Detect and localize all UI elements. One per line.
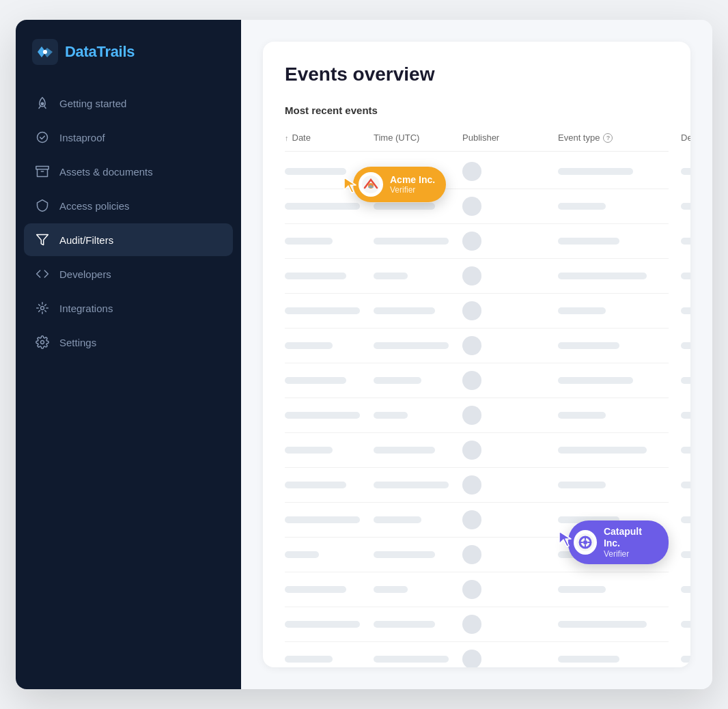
acme-logo — [359, 172, 383, 197]
catapult-logo — [574, 530, 597, 555]
svg-marker-6 — [37, 235, 48, 245]
svg-point-2 — [41, 102, 43, 105]
col-date: ↑ Date — [285, 133, 374, 143]
table-row[interactable] — [285, 329, 669, 363]
tooltip-catapult: Catapult Inc. Verifier — [568, 520, 669, 564]
col-publisher: Publisher — [462, 133, 558, 143]
sidebar-item-getting-started-label: Getting started — [59, 98, 126, 109]
svg-point-1 — [43, 50, 47, 54]
page-title: Events overview — [285, 64, 669, 85]
table-row[interactable] — [285, 642, 669, 667]
col-event-type: Event type ? — [558, 133, 681, 143]
app-container: DataTrails Getting started — [16, 20, 712, 689]
table-row[interactable] — [285, 433, 669, 468]
sidebar-item-assets-documents-label: Assets & documents — [59, 166, 153, 178]
help-icon: ? — [603, 133, 613, 143]
table-row[interactable] — [285, 294, 669, 329]
sidebar-item-getting-started[interactable]: Getting started — [24, 87, 233, 120]
cursor-purple — [558, 530, 573, 551]
table-row[interactable] — [285, 398, 669, 433]
svg-point-8 — [41, 341, 44, 344]
table-row[interactable] — [285, 607, 669, 642]
table-row[interactable] — [285, 363, 669, 398]
main-content: Events overview Most recent events ↑ Dat… — [241, 20, 712, 689]
box-icon — [35, 164, 50, 179]
content-card: Events overview Most recent events ↑ Dat… — [263, 42, 690, 667]
sidebar-item-access-policies-label: Access policies — [59, 200, 130, 212]
shield-icon — [35, 198, 50, 213]
sidebar-item-instaproof[interactable]: Instaproof — [24, 121, 233, 154]
section-label: Most recent events — [285, 105, 669, 116]
table-row[interactable] — [285, 224, 669, 259]
svg-point-7 — [41, 307, 44, 310]
filter-icon — [35, 232, 50, 247]
rocket-icon — [35, 96, 50, 111]
logo-text: DataTrails — [65, 43, 135, 61]
col-time: Time (UTC) — [374, 133, 462, 143]
tooltip-acme: Acme Inc. Verifier — [353, 167, 446, 202]
sidebar-item-integrations-label: Integrations — [59, 303, 113, 314]
table-row[interactable] — [285, 259, 669, 294]
sidebar-item-instaproof-label: Instaproof — [59, 132, 105, 143]
code-icon — [35, 266, 50, 281]
sidebar-item-settings[interactable]: Settings — [24, 326, 233, 359]
sidebar-item-integrations[interactable]: Integrations — [24, 292, 233, 324]
table-rows — [285, 154, 669, 667]
nav-items: Getting started Instaproof — [16, 87, 241, 359]
col-description: Description — [681, 133, 690, 143]
cursor-orange — [343, 176, 358, 197]
datatrails-logo-icon — [32, 39, 58, 65]
sidebar: DataTrails Getting started — [16, 20, 241, 689]
table-row[interactable] — [285, 468, 669, 503]
table-header: ↑ Date Time (UTC) Publisher Event type ? — [285, 127, 669, 152]
catapult-badge-text: Catapult Inc. Verifier — [604, 526, 658, 559]
svg-point-3 — [38, 133, 48, 143]
sidebar-item-audit-filters[interactable]: Audit/Filters — [24, 223, 233, 256]
integrations-icon — [35, 301, 50, 316]
logo-area: DataTrails — [16, 39, 241, 87]
sidebar-item-audit-filters-label: Audit/Filters — [59, 234, 113, 246]
sort-arrow-icon: ↑ — [285, 134, 289, 142]
sidebar-item-developers[interactable]: Developers — [24, 258, 233, 290]
table-container: ↑ Date Time (UTC) Publisher Event type ? — [285, 127, 669, 667]
sidebar-item-assets-documents[interactable]: Assets & documents — [24, 155, 233, 188]
sidebar-item-access-policies[interactable]: Access policies — [24, 189, 233, 222]
svg-rect-4 — [36, 167, 48, 169]
sidebar-item-developers-label: Developers — [59, 268, 111, 280]
table-row[interactable] — [285, 572, 669, 607]
sidebar-item-settings-label: Settings — [59, 337, 96, 348]
svg-point-13 — [583, 540, 587, 544]
gear-icon — [35, 335, 50, 350]
check-circle-icon — [35, 130, 50, 145]
acme-badge-text: Acme Inc. Verifier — [390, 174, 435, 195]
